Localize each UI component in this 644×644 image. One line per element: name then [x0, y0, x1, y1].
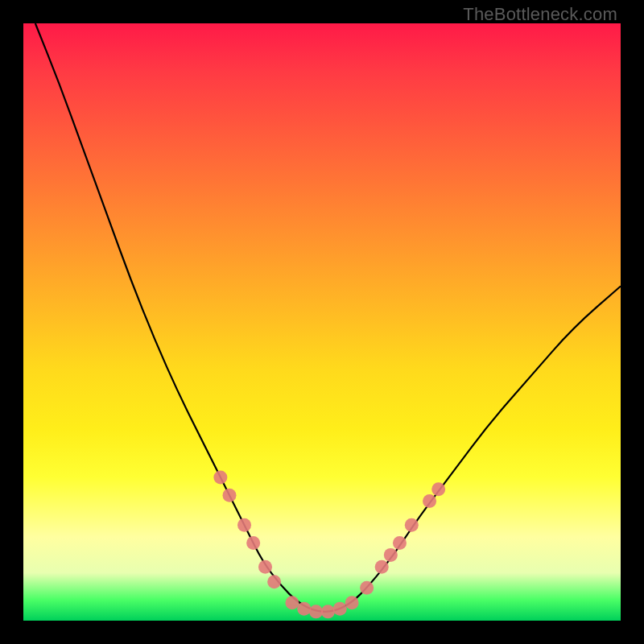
curve-marker — [423, 494, 436, 508]
curve-marker — [267, 575, 281, 588]
plot-area — [23, 23, 621, 621]
curve-marker — [333, 602, 347, 616]
curve-marker — [297, 602, 311, 616]
curve-marker — [213, 470, 227, 484]
curve-marker — [345, 596, 359, 609]
curve-marker — [222, 489, 236, 502]
chart-frame: TheBottleneck.com — [0, 0, 644, 644]
curve-marker — [309, 605, 323, 618]
curve-marker — [258, 560, 272, 574]
curve-marker — [237, 518, 251, 532]
curve-marker — [375, 560, 389, 574]
curve-marker — [360, 581, 374, 595]
curve-marker — [285, 596, 299, 609]
curve-marker — [393, 536, 407, 550]
curve-marker — [384, 548, 398, 562]
bottleneck-curve — [35, 23, 621, 612]
curve-markers — [213, 470, 445, 618]
curve-marker — [431, 482, 445, 496]
curve-marker — [246, 536, 260, 550]
curve-marker — [321, 605, 335, 618]
bottleneck-curve-svg — [23, 23, 621, 621]
watermark-text: TheBottleneck.com — [463, 4, 617, 25]
curve-marker — [405, 518, 419, 532]
